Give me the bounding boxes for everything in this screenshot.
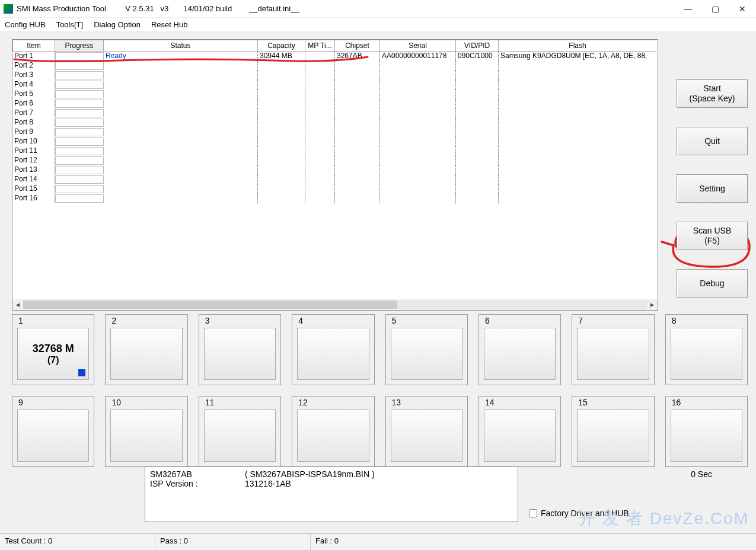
table-row[interactable]: Port 5 — [12, 89, 658, 99]
col-serial[interactable]: Serial — [380, 40, 456, 52]
port-tile-16[interactable]: 16 — [665, 396, 748, 467]
port-tile-11[interactable]: 11 — [199, 396, 281, 467]
port-tile-4[interactable]: 4 — [292, 314, 374, 385]
table-row[interactable]: Port 11 — [12, 146, 658, 156]
col-vidpid[interactable]: VID/PID — [456, 40, 499, 52]
port-tile-2[interactable]: 2 — [105, 314, 187, 385]
quit-button[interactable]: Quit — [677, 127, 748, 155]
maximize-button[interactable]: ▢ — [701, 0, 729, 18]
port-tile-8[interactable]: 8 — [665, 314, 748, 385]
port-table: Item Progress Status Capacity MP Ti... C… — [12, 39, 658, 311]
port-tile-1[interactable]: 132768 M(7) — [12, 314, 94, 385]
scan-usb-button[interactable]: Scan USB (F5) — [677, 222, 748, 250]
debug-button[interactable]: Debug — [677, 269, 748, 298]
app-icon — [4, 4, 13, 14]
info-isp-label: ISP Version : — [150, 479, 245, 488]
port-tile-9[interactable]: 9 — [12, 396, 94, 467]
table-row[interactable]: Port 10 — [12, 137, 658, 146]
table-row[interactable]: Port 4 — [12, 80, 658, 89]
table-row[interactable]: Port 9 — [12, 127, 658, 137]
status-test-count: Test Count : 0 — [0, 534, 155, 550]
titlebar: SMI Mass Production Tool V 2.5.31 v3 14/… — [0, 0, 756, 18]
table-header: Item Progress Status Capacity MP Ti... C… — [12, 40, 658, 52]
table-row[interactable]: Port 6 — [12, 99, 658, 108]
col-item[interactable]: Item — [12, 40, 55, 52]
menu-config-hub[interactable]: Config HUB — [5, 20, 46, 29]
minimize-button[interactable]: — — [674, 0, 701, 18]
table-row[interactable]: Port 8 — [12, 118, 658, 127]
window-title: SMI Mass Production Tool V 2.5.31 v3 14/… — [17, 4, 299, 13]
info-bin: ( SM3267ABISP-ISPSA19nm.BIN ) — [245, 469, 375, 479]
info-chip: SM3267AB — [150, 469, 245, 479]
scroll-right-icon[interactable]: ► — [647, 301, 658, 308]
close-button[interactable]: ✕ — [729, 0, 756, 18]
table-row[interactable]: Port 3 — [12, 71, 658, 80]
col-capacity[interactable]: Capacity — [258, 40, 305, 52]
col-flash[interactable]: Flash — [499, 40, 656, 52]
factory-driver-checkbox[interactable]: Factory Driver and HUB — [529, 509, 629, 518]
status-fail: Fail : 0 — [311, 534, 756, 550]
h-scrollbar[interactable]: ◄ ► — [12, 299, 658, 310]
scroll-left-icon[interactable]: ◄ — [12, 301, 23, 308]
table-row[interactable]: Port 15 — [12, 184, 658, 194]
port-tile-12[interactable]: 12 — [292, 396, 374, 467]
factory-driver-label: Factory Driver and HUB — [541, 509, 629, 518]
menu-dialog-option[interactable]: Dialog Option — [94, 20, 141, 29]
table-row[interactable]: Port 13 — [12, 165, 658, 175]
port-tile-13[interactable]: 13 — [385, 396, 468, 467]
status-bar: Test Count : 0 Pass : 0 Fail : 0 — [0, 533, 756, 550]
scroll-thumb[interactable] — [23, 300, 397, 309]
menu-tools[interactable]: Tools[T] — [56, 20, 84, 29]
table-row[interactable]: Port 1Ready30944 MB3267ABAA0000000001117… — [12, 52, 658, 61]
factory-driver-input[interactable] — [529, 509, 537, 517]
port-tile-6[interactable]: 6 — [479, 314, 561, 385]
info-isp-version: 131216-1AB — [245, 479, 291, 488]
port-tile-10[interactable]: 10 — [105, 396, 187, 467]
menu-reset-hub[interactable]: Reset Hub — [151, 20, 187, 29]
active-indicator — [78, 369, 85, 376]
port-tile-15[interactable]: 15 — [572, 396, 654, 467]
port-tile-5[interactable]: 5 — [385, 314, 468, 385]
table-row[interactable]: Port 14 — [12, 175, 658, 184]
col-status[interactable]: Status — [104, 40, 258, 52]
port-tile-14[interactable]: 14 — [479, 396, 561, 467]
start-button[interactable]: Start (Space Key) — [677, 79, 748, 108]
col-progress[interactable]: Progress — [55, 40, 104, 52]
table-row[interactable]: Port 16 — [12, 194, 658, 203]
col-mptime[interactable]: MP Ti... — [305, 40, 335, 52]
menubar: Config HUB Tools[T] Dialog Option Reset … — [0, 18, 756, 31]
elapsed-time: 0 Sec — [691, 469, 712, 479]
table-row[interactable]: Port 7 — [12, 108, 658, 118]
status-pass: Pass : 0 — [155, 534, 311, 550]
table-row[interactable]: Port 12 — [12, 156, 658, 165]
setting-button[interactable]: Setting — [677, 174, 748, 203]
port-tile-3[interactable]: 3 — [199, 314, 281, 385]
port-tile-7[interactable]: 7 — [572, 314, 654, 385]
table-row[interactable]: Port 2 — [12, 61, 658, 71]
info-panel: SM3267AB ( SM3267ABISP-ISPSA19nm.BIN ) I… — [145, 466, 518, 522]
col-chipset[interactable]: Chipset — [335, 40, 380, 52]
